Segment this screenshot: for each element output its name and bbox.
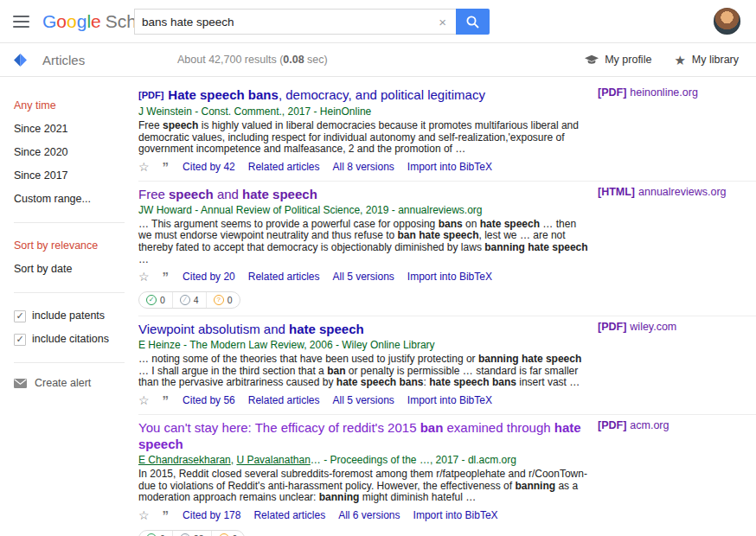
search-button[interactable] [456, 9, 490, 35]
text-segment: hate speech bans [336, 376, 424, 388]
side-fulltext-link[interactable]: [HTML]annualreviews.org [598, 186, 727, 309]
badge-mentioning[interactable]: ∕23 [172, 531, 211, 536]
text-segment: speech [163, 119, 198, 131]
cited-by-link[interactable]: Cited by 178 [183, 508, 240, 522]
text-segment: hate speech [480, 218, 540, 230]
sidebar-item-sort-by-relevance[interactable]: Sort by relevance [14, 234, 138, 258]
result-title-link[interactable]: [PDF]Hate speech bans, democracy, and po… [138, 86, 592, 104]
side-domain: annualreviews.org [638, 186, 726, 198]
text-segment: banning hate speech [484, 241, 587, 253]
text-segment: banning hate speech [478, 353, 581, 365]
save-star-icon[interactable]: ☆ [138, 160, 150, 174]
author-link[interactable]: E Chandrasekharan [138, 454, 231, 466]
badge-contrasting[interactable]: ?0 [211, 531, 245, 536]
related-articles-link[interactable]: Related articles [248, 393, 320, 407]
related-articles-link[interactable]: Related articles [248, 270, 320, 284]
text-segment: Hate speech bans [168, 87, 279, 102]
checkbox-include-patents[interactable]: ✓include patents [14, 304, 138, 328]
text-segment: Viewpoint absolutism and [138, 322, 289, 336]
text-segment: … I shall argue in the third section tha… [138, 365, 327, 377]
sidebar-item-sort-by-date[interactable]: Sort by date [14, 258, 138, 281]
sidebar-item-custom-range-[interactable]: Custom range... [14, 188, 138, 211]
save-star-icon[interactable]: ☆ [138, 508, 150, 522]
text-segment: hate speech bans [429, 376, 516, 388]
logo-letter: G [42, 11, 56, 31]
side-filetype-tag: [PDF] [598, 321, 626, 333]
cite-quote-icon[interactable]: ” [163, 270, 170, 284]
import-bibtex-link[interactable]: Import into BibTeX [407, 270, 492, 284]
scholar-diamond-icon[interactable] [13, 53, 28, 67]
result-snippet: Free speech is highly valued in liberal … [138, 120, 592, 156]
text-segment: speech [169, 187, 214, 201]
sidebar-item-since-2017[interactable]: Since 2017 [14, 164, 138, 188]
cite-quote-icon[interactable]: ” [163, 393, 170, 407]
badge-supporting[interactable]: ✓0 [139, 292, 172, 308]
side-fulltext-link[interactable]: [PDF]acm.org [598, 419, 669, 536]
cite-quote-icon[interactable]: ” [163, 160, 170, 174]
scite-badge: ✓0∕23?0 [138, 530, 245, 536]
related-articles-link[interactable]: Related articles [253, 508, 325, 522]
sidebar-item-since-2021[interactable]: Since 2021 [14, 118, 138, 141]
text-segment: J Weinstein - Const. Comment., 2017 - He… [138, 105, 371, 118]
cited-by-link[interactable]: Cited by 20 [183, 270, 235, 284]
results-stats: About 42,700 results (0.08 sec) [177, 54, 328, 66]
result-byline: J Weinstein - Const. Comment., 2017 - He… [138, 105, 592, 118]
import-bibtex-link[interactable]: Import into BibTeX [407, 393, 492, 407]
side-fulltext-link[interactable]: [PDF]wiley.com [598, 321, 676, 407]
create-alert-button[interactable]: Create alert [14, 374, 138, 392]
result-byline: E Chandrasekharan, U Pavalanathan… - Pro… [138, 454, 592, 467]
mentioning-icon: ∕ [180, 295, 190, 305]
logo-letter: g [77, 11, 87, 31]
text-segment: … noting some of the theories that have … [138, 353, 478, 365]
search-result: [PDF]Hate speech bans, democracy, and po… [138, 82, 756, 182]
result-main: Viewpoint absolutism and hate speechE He… [138, 321, 592, 407]
all-versions-link[interactable]: All 5 versions [332, 270, 394, 284]
search-result: You can't stay here: The efficacy of red… [138, 415, 756, 536]
badge-mentioning-count: 4 [194, 295, 199, 305]
my-library-button[interactable]: ★ My library [674, 54, 739, 67]
search-input[interactable] [135, 16, 429, 29]
text-segment: hate speech [289, 322, 364, 336]
all-versions-link[interactable]: All 6 versions [338, 508, 400, 522]
import-bibtex-link[interactable]: Import into BibTeX [407, 160, 492, 174]
sidebar-item-any-time[interactable]: Any time [14, 94, 138, 118]
related-articles-link[interactable]: Related articles [248, 160, 320, 174]
save-star-icon[interactable]: ☆ [138, 393, 150, 407]
logo-letter: o [67, 11, 77, 31]
cited-by-link[interactable]: Cited by 56 [183, 393, 235, 407]
search-result: Free speech and hate speechJW Howard - A… [138, 182, 756, 316]
result-title-link[interactable]: Viewpoint absolutism and hate speech [138, 321, 592, 337]
result-title-link[interactable]: Free speech and hate speech [138, 186, 592, 202]
cited-by-link[interactable]: Cited by 42 [183, 160, 235, 174]
text-segment: E Heinze - The Modern Law Review, 2006 -… [138, 339, 435, 351]
all-versions-link[interactable]: All 5 versions [332, 393, 394, 407]
checkbox-label: include citations [32, 328, 109, 351]
checkbox-include-citations[interactable]: ✓include citations [14, 328, 138, 351]
cite-quote-icon[interactable]: ” [163, 508, 170, 522]
sidebar-item-since-2020[interactable]: Since 2020 [14, 141, 138, 164]
text-segment: banning [319, 491, 360, 503]
import-bibtex-link[interactable]: Import into BibTeX [413, 508, 498, 522]
logo-letter: o [56, 11, 67, 31]
badge-supporting-count: 0 [160, 295, 165, 305]
my-profile-button[interactable]: My profile [585, 54, 651, 66]
clear-search-icon[interactable]: × [429, 15, 456, 29]
section-label-articles: Articles [42, 53, 85, 67]
magnifier-icon [465, 15, 480, 29]
save-star-icon[interactable]: ☆ [138, 270, 150, 284]
user-avatar[interactable] [714, 8, 740, 35]
author-link[interactable]: U Pavalanathan [236, 454, 310, 466]
filetype-tag: [PDF] [138, 90, 163, 100]
result-snippet: In 2015, Reddit closed several subreddit… [138, 469, 592, 504]
badge-contrasting[interactable]: ?0 [206, 292, 240, 308]
text-segment: You can't stay here: The efficacy of red… [138, 420, 420, 435]
badge-mentioning[interactable]: ∕4 [172, 292, 206, 308]
side-fulltext-link[interactable]: [PDF]heinonline.org [598, 86, 698, 174]
result-title-link[interactable]: You can't stay here: The efficacy of red… [138, 419, 592, 452]
hamburger-menu-icon[interactable] [13, 12, 29, 31]
side-domain: acm.org [630, 419, 669, 431]
results-toolbar: Articles About 42,700 results (0.08 sec)… [0, 43, 756, 77]
badge-supporting[interactable]: ✓0 [139, 531, 172, 536]
sidebar-divider [14, 362, 125, 363]
all-versions-link[interactable]: All 8 versions [332, 160, 394, 174]
